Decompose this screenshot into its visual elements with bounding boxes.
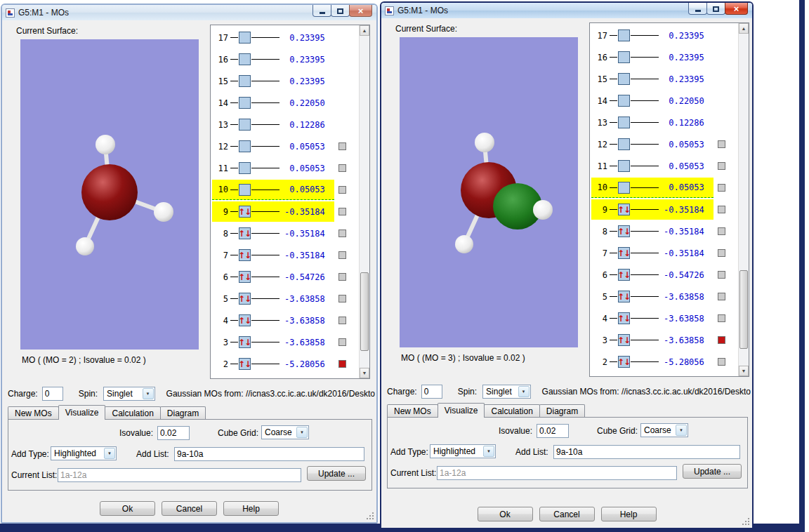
spin-dropdown[interactable]: Singlet ▼: [103, 387, 154, 401]
mo-row[interactable]: 4↑↓-3.63858: [211, 310, 359, 331]
mo-orbital-box[interactable]: ↑↓: [618, 247, 630, 259]
mo-orbital-box[interactable]: [239, 184, 251, 196]
mo-row[interactable]: 14 0.22050: [590, 90, 738, 112]
cancel-button[interactable]: Cancel: [162, 501, 217, 516]
ok-button[interactable]: Ok: [100, 501, 155, 516]
mo-checkbox[interactable]: [718, 293, 725, 300]
mo-row[interactable]: 13 0.12286: [590, 112, 738, 133]
charge-input[interactable]: [42, 387, 63, 401]
resize-grip[interactable]: [366, 512, 374, 520]
mo-orbital-box[interactable]: [239, 53, 251, 65]
mo-orbital-box[interactable]: [239, 162, 251, 174]
ok-button[interactable]: Ok: [478, 507, 533, 521]
tab-diagram[interactable]: Diagram: [539, 404, 585, 418]
mo-row[interactable]: 8↑↓-0.35184: [211, 222, 359, 244]
molecule-canvas[interactable]: [400, 37, 578, 347]
mo-orbital-box[interactable]: [618, 95, 630, 107]
mo-checkbox[interactable]: [718, 206, 725, 213]
update-button[interactable]: Update ...: [683, 464, 742, 479]
mo-row[interactable]: 7↑↓-0.35184: [590, 242, 738, 264]
mo-orbital-box[interactable]: [618, 73, 630, 85]
help-button[interactable]: Help: [601, 507, 657, 521]
add-list-input[interactable]: [553, 445, 740, 459]
mo-row[interactable]: 16 0.23395: [590, 46, 738, 68]
mo-row[interactable]: 12 0.05053: [211, 135, 359, 157]
charge-input[interactable]: [421, 385, 442, 399]
mo-orbital-box[interactable]: ↑↓: [618, 291, 630, 302]
minimize-button[interactable]: [688, 3, 707, 15]
tab-new-mos[interactable]: New MOs: [387, 404, 438, 418]
mo-row[interactable]: 4↑↓-3.63858: [590, 307, 738, 329]
mo-list-scrollbar[interactable]: ▲ ▼: [359, 25, 369, 378]
mo-orbital-box[interactable]: [618, 138, 630, 150]
mo-row[interactable]: 6↑↓-0.54726: [590, 264, 738, 286]
mo-orbital-box[interactable]: ↑↓: [239, 336, 251, 348]
spin-dropdown[interactable]: Singlet ▼: [482, 385, 530, 399]
mo-checkbox[interactable]: [718, 162, 725, 170]
cube-grid-dropdown[interactable]: Coarse ▼: [261, 425, 309, 439]
update-button[interactable]: Update ...: [307, 466, 366, 481]
mo-row[interactable]: 16 0.23395: [211, 48, 359, 70]
mo-row[interactable]: 3↑↓-3.63858: [211, 331, 359, 353]
molecule-canvas[interactable]: [20, 39, 199, 350]
mo-orbital-box[interactable]: [239, 97, 251, 109]
tab-visualize[interactable]: Visualize: [58, 405, 106, 420]
scroll-up-button[interactable]: ▲: [739, 23, 749, 34]
maximize-button[interactable]: [706, 3, 725, 15]
mo-checkbox[interactable]: [338, 273, 346, 281]
mo-checkbox[interactable]: [718, 358, 725, 366]
cube-grid-dropdown[interactable]: Coarse ▼: [640, 423, 688, 437]
mo-orbital-box[interactable]: [618, 117, 630, 128]
mo-checkbox[interactable]: [338, 230, 346, 237]
isovalue-input[interactable]: [157, 426, 190, 440]
mo-orbital-box[interactable]: [618, 29, 630, 41]
mo-checkbox[interactable]: [338, 186, 346, 194]
cancel-button[interactable]: Cancel: [539, 507, 595, 521]
mo-checkbox[interactable]: [338, 142, 346, 150]
close-button[interactable]: ×: [349, 5, 372, 17]
add-type-dropdown[interactable]: Highlighted ▼: [51, 446, 117, 460]
mo-orbital-box[interactable]: ↑↓: [618, 269, 630, 281]
tab-calculation[interactable]: Calculation: [484, 404, 539, 418]
isovalue-input[interactable]: [537, 424, 569, 438]
tab-new-mos[interactable]: New MOs: [8, 406, 59, 420]
mo-orbital-box[interactable]: [239, 119, 251, 131]
mo-row[interactable]: 11 0.05053: [590, 155, 738, 177]
mo-row[interactable]: 17 0.23395: [590, 25, 738, 46]
mo-row[interactable]: 8↑↓-0.35184: [590, 220, 738, 242]
mo-orbital-box[interactable]: ↑↓: [618, 225, 630, 237]
mo-checkbox[interactable]: [718, 140, 725, 148]
add-type-dropdown[interactable]: Highlighted ▼: [430, 444, 496, 458]
mo-row[interactable]: 9↑↓-0.35184: [590, 199, 738, 220]
mo-orbital-box[interactable]: ↑↓: [239, 271, 251, 283]
mo-orbital-box[interactable]: [618, 160, 630, 172]
mo-checkbox[interactable]: [338, 164, 346, 172]
mo-orbital-box[interactable]: ↑↓: [239, 358, 251, 370]
mo-checkbox[interactable]: [718, 227, 725, 235]
mo-row[interactable]: 14 0.22050: [211, 92, 359, 114]
scroll-down-button[interactable]: ▼: [360, 368, 369, 378]
mo-row[interactable]: 17 0.23395: [211, 27, 359, 48]
mo-orbital-box[interactable]: ↑↓: [239, 249, 251, 261]
mo-orbital-box[interactable]: [618, 182, 630, 194]
mo-checkbox[interactable]: [338, 208, 346, 215]
scroll-up-button[interactable]: ▲: [360, 25, 369, 36]
mo-orbital-box[interactable]: [239, 32, 251, 44]
scrollbar-thumb[interactable]: [360, 272, 369, 351]
mo-row[interactable]: 2↑↓-5.28056: [211, 353, 359, 375]
mo-orbital-box[interactable]: ↑↓: [239, 206, 251, 218]
mo-checkbox[interactable]: [338, 317, 346, 324]
mo-row[interactable]: 11 0.05053: [211, 157, 359, 179]
resize-grip[interactable]: [742, 517, 750, 526]
mo-checkbox[interactable]: [718, 271, 725, 279]
mo-checkbox[interactable]: [718, 184, 725, 192]
current-list-input[interactable]: [437, 466, 677, 480]
mo-row[interactable]: 5↑↓-3.63858: [590, 286, 738, 307]
mo-row[interactable]: 10 0.05053: [590, 177, 738, 199]
current-list-input[interactable]: [58, 468, 301, 482]
close-button[interactable]: ×: [725, 3, 748, 15]
mo-checkbox[interactable]: [718, 314, 725, 322]
mo-orbital-box[interactable]: [239, 140, 251, 152]
mo-orbital-box[interactable]: ↑↓: [618, 356, 630, 368]
mo-row[interactable]: 10 0.05053: [211, 179, 359, 201]
